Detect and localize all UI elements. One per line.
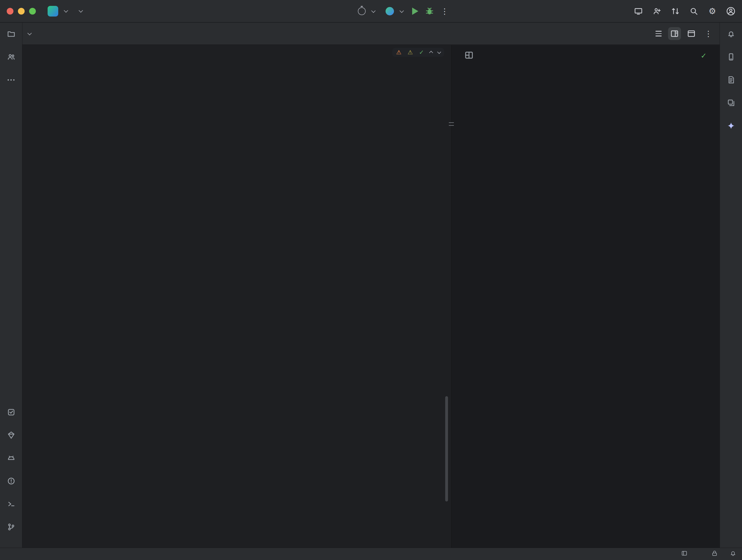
status-notifications-icon[interactable] [730,550,736,558]
problems-icon[interactable] [4,474,18,488]
close-window-button[interactable] [7,8,13,14]
collaborate-icon[interactable] [651,5,663,17]
gemini-icon[interactable] [724,119,738,133]
previous-problem-icon[interactable] [429,51,433,55]
notifications-icon[interactable] [724,27,738,41]
left-tool-strip [0,23,22,548]
splitter-handle[interactable] [449,122,454,126]
zoom-window-button[interactable] [29,8,36,14]
check-icon: ✓ [419,49,424,56]
wear-device-icon [358,7,366,15]
device-manager-icon[interactable] [4,428,18,442]
user-avatar[interactable] [725,5,737,17]
run-config-icon [385,7,394,15]
running-devices-icon[interactable] [724,50,738,63]
search-everywhere-icon[interactable] [688,5,700,17]
title-bar: ⋮ ⚙ [0,0,742,22]
preview-toolbar: ✓ [452,45,720,66]
indent-icon[interactable] [681,550,688,558]
chevron-down-icon [371,8,376,13]
more-actions-icon[interactable]: ⋮ [438,7,452,16]
lock-icon[interactable] [711,550,718,558]
merge-requests-icon[interactable] [669,5,682,17]
logcat-icon[interactable] [4,451,18,465]
more-tool-windows-icon[interactable] [4,73,18,87]
warning-count[interactable]: ⚠ [408,49,415,56]
next-problem-icon[interactable] [437,50,441,54]
preview-panel: ✓ [452,45,720,548]
debug-button[interactable] [423,5,436,17]
more-options-icon[interactable]: ⋮ [702,29,715,38]
chevron-down-icon [64,8,68,13]
device-mirror-icon[interactable] [632,5,645,17]
error-count[interactable]: ⚠ [396,49,403,56]
layout-options-icon[interactable] [685,27,698,40]
editor-tab-bar: ⋮ [22,23,720,45]
inspections-widget[interactable]: ⚠ ⚠ ✓ [392,48,444,57]
chevron-down-icon [79,8,83,13]
minimize-window-button[interactable] [18,8,24,14]
project-widget[interactable] [43,3,71,19]
terminal-icon[interactable] [4,497,18,511]
layout-preview-icon[interactable] [465,51,474,61]
settings-icon[interactable]: ⚙ [706,5,719,17]
run-button[interactable] [412,8,418,15]
run-configuration-selector[interactable] [381,3,407,19]
status-bar [0,548,742,560]
window-controls [0,8,43,14]
code-editor[interactable]: ⚠ ⚠ ✓ [23,45,452,548]
preview-grid [452,66,720,77]
resource-manager-icon[interactable] [724,96,738,109]
weak-warning-icon: ⚠ [408,49,413,56]
editor-scrollbar[interactable] [445,396,448,502]
todo-tool-icon[interactable] [4,405,18,419]
hidden-tabs-chevron[interactable] [22,23,36,45]
warning-icon: ⚠ [396,49,402,56]
vcs-widget[interactable] [71,3,86,19]
pull-requests-icon[interactable] [4,50,18,63]
project-tool-icon[interactable] [4,27,18,41]
ui-check-icon[interactable] [724,73,738,87]
device-selector[interactable] [353,3,379,19]
chevron-down-icon [400,8,404,13]
build-status[interactable]: ✓ [700,52,710,60]
passed-count[interactable]: ✓ [419,49,426,56]
check-icon: ✓ [700,52,707,60]
editor-list-icon[interactable] [653,28,664,39]
right-tool-strip [720,23,742,548]
project-logo [48,6,58,16]
version-control-icon[interactable] [4,520,18,534]
split-editor-icon[interactable] [668,27,681,40]
